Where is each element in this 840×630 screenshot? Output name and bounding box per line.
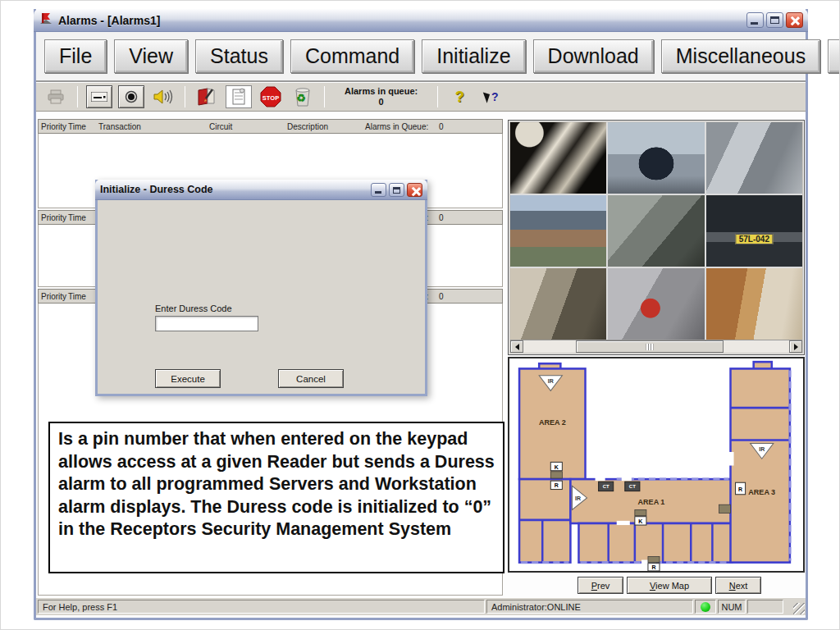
alarms-in-queue-indicator: Alarms in queue: 0 <box>333 84 429 110</box>
camera-tile-7[interactable] <box>510 268 606 340</box>
alarms-in-queue-label: Alarms in queue: <box>345 86 418 97</box>
status-user: Administrator:ONLINE <box>486 600 693 614</box>
menu-help[interactable]: Help <box>828 39 840 73</box>
ir-sensor-label: IR <box>548 378 554 385</box>
ir-sensor-label: IR <box>575 495 581 502</box>
dialog-body: Enter Duress Code Execute Cancel <box>98 200 425 391</box>
edit-log-icon[interactable] <box>194 85 220 108</box>
toolbar-separator <box>185 86 185 107</box>
status-indicator <box>695 600 716 614</box>
queue-value: 0 <box>439 213 444 222</box>
annotation-text-box: Is a pin number that when entered on the… <box>48 422 504 573</box>
floorplan-panel[interactable]: IR IR IR K R CT CT K R <box>508 357 805 573</box>
scroll-left-icon[interactable] <box>510 340 523 353</box>
online-indicator-icon <box>701 602 710 612</box>
menu-view[interactable]: View <box>114 39 188 73</box>
duress-code-label: Enter Duress Code <box>155 304 232 313</box>
scroll-right-icon[interactable] <box>789 340 802 353</box>
recycle-bin-icon[interactable]: ♻ <box>290 85 316 108</box>
area-3-label: AREA 3 <box>748 488 775 496</box>
window-title: Alarms - [Alarms1] <box>58 14 742 27</box>
menu-initialize[interactable]: Initialize <box>422 39 525 73</box>
camera-tile-8[interactable] <box>608 268 704 340</box>
menu-command[interactable]: Command <box>290 39 414 73</box>
stop-label: STOP <box>262 94 279 102</box>
reader-marker: R <box>738 486 742 493</box>
record-icon[interactable] <box>118 85 144 108</box>
maximize-button[interactable] <box>766 12 783 28</box>
ct-marker: CT <box>629 483 636 489</box>
menu-status[interactable]: Status <box>195 39 283 73</box>
title-bar: Alarms - [Alarms1] <box>34 9 808 32</box>
toolbar-separator <box>77 86 78 107</box>
camera-grid: 57L-042 <box>510 122 802 340</box>
camera-tile-6[interactable]: 57L-042 <box>706 195 802 267</box>
dialog-title: Initialize - Duress Code <box>100 184 368 195</box>
recycle-glyph: ♻ <box>296 92 306 104</box>
scrollbar-thumb[interactable] <box>576 340 724 353</box>
col-description[interactable]: Description <box>287 122 328 131</box>
camera-tile-5[interactable] <box>608 195 704 267</box>
alarms-in-queue-value: 0 <box>379 97 384 107</box>
license-plate: 57L-042 <box>736 234 773 244</box>
camera-tile-9[interactable] <box>706 268 802 340</box>
reader-marker: R <box>555 482 559 489</box>
col-transaction[interactable]: Transaction <box>98 122 141 131</box>
dialog-minimize-button[interactable] <box>371 183 386 197</box>
camera-tile-2[interactable] <box>608 122 704 194</box>
view-map-button[interactable]: View Map <box>627 577 712 594</box>
duress-code-input[interactable] <box>155 316 258 331</box>
stop-icon[interactable]: STOP <box>258 85 284 108</box>
dialog-maximize-button[interactable] <box>389 183 404 197</box>
close-button[interactable] <box>786 12 803 28</box>
floorplan-map: IR IR IR K R CT CT K R <box>509 358 803 571</box>
col-priority[interactable]: Priority <box>41 122 66 131</box>
area-1-label: AREA 1 <box>638 498 665 506</box>
menu-download[interactable]: Download <box>533 39 654 73</box>
menu-bar: File View Status Command Initialize Down… <box>36 32 806 82</box>
keypad-marker: K <box>638 518 643 525</box>
dialog-close-button[interactable] <box>407 183 422 197</box>
duress-code-dialog: Initialize - Duress Code Enter Duress Co… <box>95 180 427 396</box>
queue-value: 0 <box>439 122 444 131</box>
queue-value: 0 <box>439 292 444 301</box>
col-priority[interactable]: Priority <box>41 292 66 301</box>
col-time[interactable]: Time <box>68 292 86 301</box>
map-nav-buttons: Prev View Map Next <box>578 577 761 594</box>
status-bar: For Help, press F1 Administrator:ONLINE … <box>36 597 806 615</box>
cancel-button[interactable]: Cancel <box>278 369 344 388</box>
ct-marker: CT <box>603 483 609 489</box>
notes-list-icon[interactable] <box>226 85 252 108</box>
minimize-button[interactable] <box>746 12 764 28</box>
resize-grip[interactable] <box>793 603 805 614</box>
ir-sensor-label: IR <box>759 446 765 453</box>
marquee-display-icon[interactable] <box>86 85 112 108</box>
app-logo-icon <box>39 12 53 29</box>
menu-file[interactable]: File <box>44 39 107 73</box>
print-icon[interactable] <box>43 85 69 108</box>
col-time[interactable]: Time <box>68 213 86 222</box>
area-2-label: AREA 2 <box>539 418 566 427</box>
col-priority[interactable]: Priority <box>41 213 66 222</box>
camera-scrollbar[interactable] <box>510 340 802 353</box>
context-help-icon[interactable]: ? <box>478 85 504 108</box>
context-help-glyph: ? <box>491 90 499 103</box>
next-button[interactable]: Next <box>715 577 761 594</box>
execute-button[interactable]: Execute <box>155 369 221 388</box>
col-circuit[interactable]: Circuit <box>209 122 232 131</box>
camera-tile-1[interactable] <box>510 122 606 194</box>
status-help-text: For Help, press F1 <box>38 600 485 614</box>
camera-tile-3[interactable] <box>706 122 802 194</box>
menu-miscellaneous[interactable]: Miscellaneous <box>661 39 820 73</box>
slide: Alarms - [Alarms1] File View Status Comm… <box>0 0 840 630</box>
queue-label: Alarms in Queue: <box>365 122 428 131</box>
status-blank <box>747 600 783 614</box>
help-icon[interactable]: ? <box>446 85 472 108</box>
prev-button[interactable]: Prev <box>578 577 623 594</box>
camera-tile-4[interactable] <box>510 195 606 267</box>
status-num-lock: NUM <box>718 600 746 614</box>
camera-panel: 57L-042 <box>508 120 805 355</box>
dialog-title-bar: Initialize - Duress Code <box>95 180 427 200</box>
speaker-icon[interactable] <box>150 85 176 108</box>
col-time[interactable]: Time <box>68 122 86 131</box>
